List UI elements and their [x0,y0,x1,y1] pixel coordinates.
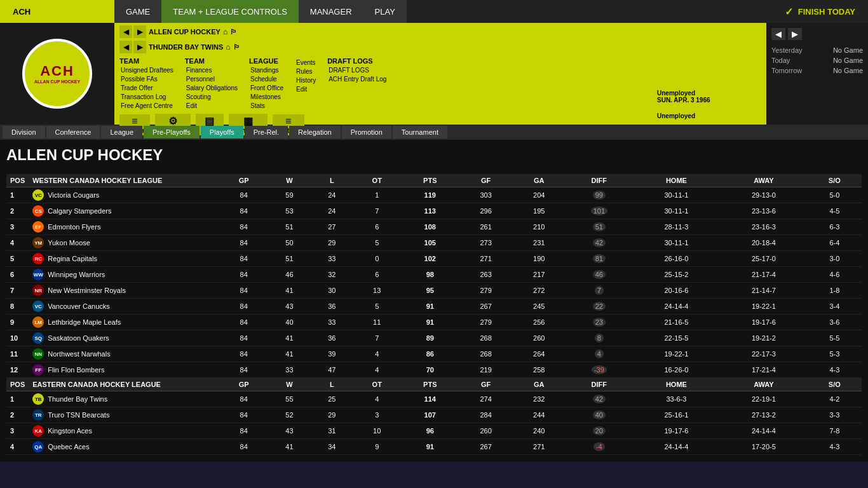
menu-free-agent-centre[interactable]: Free Agent Centre [119,102,175,110]
table-row: 2 CS Calgary Stampeders 84 53 24 7 113 2… [6,203,862,219]
menu-history[interactable]: History [295,76,317,85]
nav-next-1[interactable]: ▶ [133,25,146,38]
team-pos: 9 [6,315,29,330]
team-so: 4-6 [808,267,862,283]
team-logo: LM [32,316,44,328]
team-gf: 267 [459,439,513,455]
tomorrow-label: Tomorrow [771,67,802,74]
tab-tournament[interactable]: Tournament [393,126,447,139]
table-row: 3 KA Kingston Aces 84 43 31 10 96 260 24… [6,423,862,439]
header-area: ACH ALLAN CUP HOCKEY ◀ ▶ ALLEN CUP HOCKE… [0,23,868,125]
menu-ach-entry-draft[interactable]: ACH Entry Draft Log [327,75,388,83]
menu-scouting[interactable]: Scouting [185,93,239,101]
team-name-cell[interactable]: NN Northwest Narwhals [29,346,219,362]
col-ot: OT [353,174,401,187]
col-so-east: S/O [808,378,862,391]
menu-possible-fas[interactable]: Possible FAs [119,75,175,83]
nav-prev-1[interactable]: ◀ [119,25,132,38]
team-away: 29-13-0 [720,187,808,203]
nav-manager[interactable]: MANAGER [299,0,363,23]
team-pos: 1 [6,187,29,203]
menu-milestones[interactable]: Milestones [249,93,285,101]
menu-transaction-log[interactable]: Transaction Log [119,93,175,101]
schedule-next[interactable]: ▶ [788,28,802,40]
tab-relegation[interactable]: Relegation [289,126,341,139]
table-row: 1 VC Victoria Cougars 84 59 24 1 119 303… [6,187,862,203]
col-w-east: W [268,378,311,391]
team-away: 21-17-4 [720,267,808,283]
menu-edit-2[interactable]: Edit [295,85,317,93]
team-diff: -4 [566,439,633,455]
tab-division[interactable]: Division [3,126,45,139]
home-icon-1: ⌂ [223,27,227,36]
team-away: 19-21-2 [720,330,808,346]
team-gp: 84 [219,330,268,346]
team-name-cell[interactable]: WW Winnipeg Warriors [29,267,219,283]
today-value: No Game [833,57,863,64]
team-name-cell[interactable]: VC Vancouver Canucks [29,299,219,315]
col-home-east: HOME [633,378,721,391]
menu-trade-offer[interactable]: Trade Offer [119,84,175,92]
nav-game[interactable]: GAME [114,0,161,23]
nav-play[interactable]: PLAY [363,0,407,23]
team-logo: RC [32,253,44,264]
nav-prev-2[interactable]: ◀ [119,41,132,53]
events-menu-items: Events Rules History Edit [295,58,317,93]
team-name-cell[interactable]: CS Calgary Stampeders [29,203,219,219]
table-row: 2 TR Truro TSN Bearcats 84 52 29 3 107 2… [6,407,862,423]
tab-conference[interactable]: Conference [46,126,100,139]
tab-league[interactable]: League [101,126,142,139]
team-name-cell[interactable]: KA Kingston Aces [29,423,219,439]
tab-playoffs[interactable]: Playoffs [201,126,243,139]
team-name-cell[interactable]: TR Truro TSN Bearcats [29,407,219,423]
menu-stats[interactable]: Stats [249,102,285,110]
team-name-cell[interactable]: YM Yukon Moose [29,235,219,251]
team-name-cell[interactable]: QA Quebec Aces [29,439,219,455]
team-ot: 1 [353,187,401,203]
nav-team-league[interactable]: TEAM + LEAGUE CONTROLS [161,0,299,23]
team-name-cell[interactable]: RC Regina Capitals [29,251,219,267]
team-logo: SQ [32,332,44,344]
menu-rules[interactable]: Rules [295,67,317,76]
menu-events[interactable]: Events [295,58,317,67]
tab-pre-rel[interactable]: Pre-Rel. [245,126,288,139]
schedule-prev[interactable]: ◀ [771,28,785,40]
tab-pre-playoffs[interactable]: Pre-Playoffs [144,126,200,139]
team-name-cell[interactable]: TB Thunder Bay Twins [29,391,219,407]
menu-finances[interactable]: Finances [185,66,239,74]
team-name-cell[interactable]: LM Lethbridge Maple Leafs [29,315,219,330]
team-name-cell[interactable]: EF Edmonton Flyers [29,219,219,235]
top-bar: ACH GAME TEAM + LEAGUE CONTROLS MANAGER … [0,0,868,23]
draft-menu: DRAFT LOGS DRAFT LOGS ACH Entry Draft Lo… [327,57,388,110]
nav-next-2[interactable]: ▶ [133,41,146,53]
menu-edit[interactable]: Edit [185,102,239,110]
finish-today-button[interactable]: ✓ FINISH TODAY [772,0,868,23]
table-row: 11 NN Northwest Narwhals 84 41 39 4 86 2… [6,346,862,362]
team-so: 6-4 [808,235,862,251]
team-gf: 267 [459,299,513,315]
home-icon-2: ⌂ [226,43,230,51]
menu-salary-obligations[interactable]: Salary Obligations [185,84,239,92]
team-away: 22-19-1 [720,391,808,407]
nav-top-row-2: ◀ ▶ THUNDER BAY TWINS ⌂ 🏳 [114,41,652,56]
tab-promotion[interactable]: Promotion [342,126,391,139]
team-home: 30-11-1 [633,187,721,203]
team-away: 23-16-3 [720,219,808,235]
menu-schedule[interactable]: Schedule [249,75,285,83]
team-name-cell[interactable]: NR New Westminster Royals [29,283,219,299]
team-ga: 217 [512,267,566,283]
team-pos: 4 [6,235,29,251]
menu-unsigned-draftees[interactable]: Unsigned Draftees [119,66,175,74]
team-gp: 84 [219,251,268,267]
team-name-cell[interactable]: VC Victoria Cougars [29,187,219,203]
team-l: 27 [311,219,353,235]
menu-personnel[interactable]: Personnel [185,75,239,83]
team-so: 4-3 [808,439,862,455]
menu-front-office[interactable]: Front Office [249,84,285,92]
team-home: 25-15-2 [633,267,721,283]
menu-standings[interactable]: Standings [249,66,285,74]
team-name-cell[interactable]: FF Flin Flon Bombers [29,362,219,378]
menu-draft-log[interactable]: DRAFT LOGS [327,66,388,74]
tomorrow-row: Tomorrow No Game [771,65,863,76]
team-name-cell[interactable]: SQ Saskatoon Quakers [29,330,219,346]
